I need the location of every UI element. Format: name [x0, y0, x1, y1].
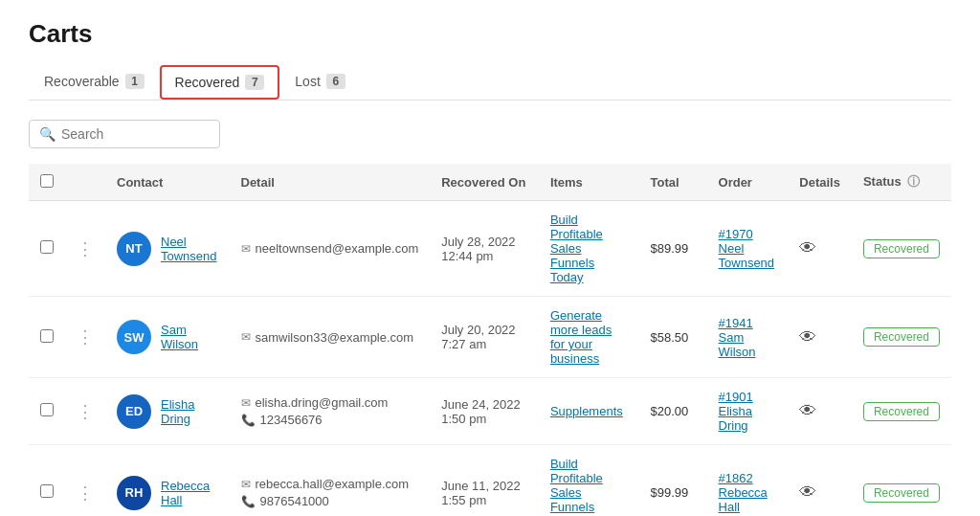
header-items: Items: [539, 164, 639, 201]
details-cell: 👁: [788, 201, 852, 297]
row-menu-dots[interactable]: ⋮: [65, 201, 105, 297]
row-checkbox[interactable]: [40, 403, 54, 416]
details-cell: 👁: [788, 378, 852, 445]
row-menu-dots[interactable]: ⋮: [65, 378, 105, 445]
row-checkbox[interactable]: [40, 240, 54, 254]
view-details-icon[interactable]: 👁: [799, 238, 816, 258]
avatar: SW: [117, 320, 151, 354]
recovered-on-cell: June 24, 2022 1:50 pm: [430, 378, 539, 445]
detail-cell: ✉elisha.dring@gmail.com📞123456676: [230, 378, 431, 445]
header-order: Order: [707, 164, 789, 201]
total-cell: $99.99: [639, 445, 707, 517]
item-cell: Build Profitable Sales Funnels Today: [539, 201, 639, 297]
status-cell: Recovered: [852, 297, 951, 378]
header-status: Status ⓘ: [852, 164, 951, 201]
order-cell: #1941 Sam Wilson: [707, 297, 789, 378]
tabs-bar: Recoverable 1 Recovered 7 Lost 6: [29, 64, 951, 101]
contact-cell: RH Rebecca Hall: [105, 445, 230, 517]
tab-lost[interactable]: Lost 6: [279, 64, 360, 101]
recovered-on-cell: June 11, 2022 1:55 pm: [430, 445, 539, 517]
row-checkbox[interactable]: [40, 329, 54, 343]
item-link[interactable]: Generate more leads for your business: [550, 308, 612, 366]
header-details: Details: [788, 164, 852, 201]
search-icon: 🔍: [39, 126, 56, 142]
detail-cell: ✉samwilson33@example.com: [230, 297, 431, 378]
contact-name-link[interactable]: Neel Townsend: [161, 235, 218, 263]
contact-cell: NT Neel Townsend: [105, 201, 230, 297]
table-row: ⋮ SW Sam Wilson ✉samwilson33@example.com…: [29, 297, 951, 378]
select-all-checkbox[interactable]: [40, 174, 54, 188]
status-cell: Recovered: [852, 445, 951, 517]
contact-name-link[interactable]: Rebecca Hall: [161, 479, 218, 507]
order-cell: #1970 Neel Townsend: [707, 201, 789, 297]
header-checkbox-col: [29, 164, 65, 201]
item-link[interactable]: Build Profitable Sales Funnels Today: [550, 457, 603, 516]
item-cell: Supplements: [539, 378, 639, 445]
status-cell: Recovered: [852, 378, 951, 445]
row-menu-dots[interactable]: ⋮: [65, 297, 105, 378]
item-cell: Build Profitable Sales Funnels Today: [539, 445, 639, 517]
table-header-row: Contact Detail Recovered On Items Total …: [29, 164, 951, 201]
contact-cell: SW Sam Wilson: [105, 297, 230, 378]
search-wrap: 🔍: [29, 120, 951, 148]
header-dots-col: [65, 164, 105, 201]
order-link[interactable]: #1862 Rebecca Hall: [719, 471, 768, 514]
status-badge: Recovered: [863, 327, 940, 347]
tab-recoverable-label: Recoverable: [44, 74, 120, 89]
email-value: neeltownsend@example.com: [256, 241, 419, 256]
email-icon: ✉: [241, 330, 251, 344]
item-link[interactable]: Build Profitable Sales Funnels Today: [550, 213, 603, 284]
total-cell: $58.50: [639, 297, 707, 378]
tab-lost-count: 6: [326, 74, 345, 89]
row-menu-dots[interactable]: ⋮: [65, 445, 105, 517]
header-detail: Detail: [230, 164, 431, 201]
email-value: rebecca.hall@example.com: [256, 477, 410, 491]
phone-icon: 📞: [241, 495, 256, 508]
total-cell: $20.00: [639, 378, 707, 445]
detail-cell: ✉rebecca.hall@example.com📞9876541000: [230, 445, 431, 517]
detail-cell: ✉neeltownsend@example.com: [230, 201, 431, 297]
order-link[interactable]: #1970 Neel Townsend: [719, 227, 775, 270]
header-total: Total: [639, 164, 707, 201]
details-cell: 👁: [788, 445, 852, 517]
tab-recovered-label: Recovered: [175, 75, 240, 90]
table-row: ⋮ RH Rebecca Hall ✉rebecca.hall@example.…: [29, 445, 951, 517]
page-title: Carts: [29, 19, 951, 49]
table-row: ⋮ ED Elisha Dring ✉elisha.dring@gmail.co…: [29, 378, 951, 445]
order-cell: #1862 Rebecca Hall: [707, 445, 789, 517]
tab-recovered[interactable]: Recovered 7: [160, 65, 280, 100]
order-cell: #1901 Elisha Dring: [707, 378, 789, 445]
email-value: elisha.dring@gmail.com: [256, 395, 389, 410]
status-badge: Recovered: [863, 402, 940, 421]
tab-recoverable[interactable]: Recoverable 1: [29, 64, 160, 101]
header-recovered-on: Recovered On: [430, 164, 539, 201]
recovered-on-cell: July 20, 2022 7:27 am: [430, 297, 539, 378]
view-details-icon[interactable]: 👁: [799, 327, 816, 347]
item-cell: Generate more leads for your business: [539, 297, 639, 378]
recovered-on-cell: July 28, 2022 12:44 pm: [430, 201, 539, 297]
total-cell: $89.99: [639, 201, 707, 297]
email-icon: ✉: [241, 478, 251, 491]
avatar: ED: [117, 394, 151, 429]
search-input[interactable]: [61, 126, 210, 142]
view-details-icon[interactable]: 👁: [799, 401, 816, 420]
phone-icon: 📞: [241, 414, 256, 427]
contact-name-link[interactable]: Elisha Dring: [161, 397, 218, 426]
order-link[interactable]: #1901 Elisha Dring: [719, 390, 753, 433]
carts-table: Contact Detail Recovered On Items Total …: [29, 164, 951, 516]
search-field-wrap: 🔍: [29, 120, 220, 148]
contact-name-link[interactable]: Sam Wilson: [161, 323, 218, 351]
email-value: samwilson33@example.com: [256, 330, 414, 345]
avatar: RH: [117, 476, 151, 510]
phone-value: 9876541000: [260, 494, 329, 508]
tab-recoverable-count: 1: [125, 74, 145, 89]
item-link[interactable]: Supplements: [550, 404, 623, 418]
view-details-icon[interactable]: 👁: [799, 482, 816, 502]
email-icon: ✉: [241, 396, 251, 410]
status-info-icon[interactable]: ⓘ: [907, 174, 920, 189]
email-icon: ✉: [241, 242, 251, 256]
row-checkbox[interactable]: [40, 484, 54, 498]
table-row: ⋮ NT Neel Townsend ✉neeltownsend@example…: [29, 201, 951, 297]
order-link[interactable]: #1941 Sam Wilson: [719, 316, 756, 359]
contact-cell: ED Elisha Dring: [105, 378, 230, 445]
